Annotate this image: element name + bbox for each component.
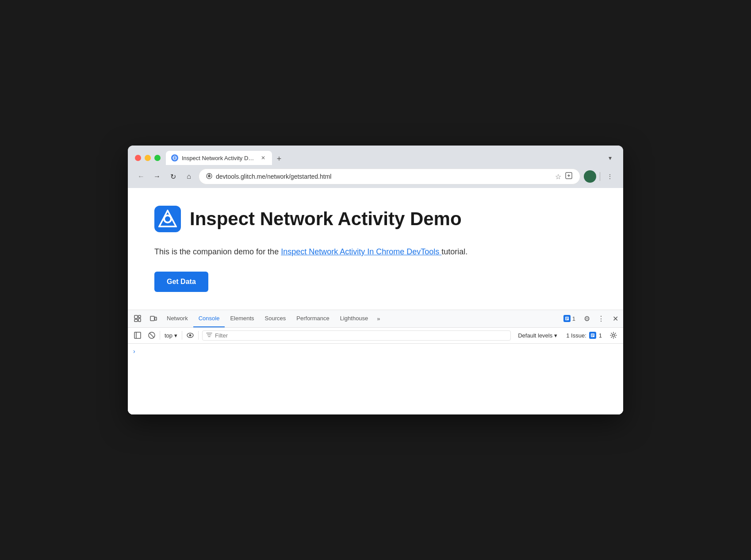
svg-rect-17: [134, 332, 141, 338]
minimize-traffic-light[interactable]: [145, 155, 151, 161]
more-tabs-button[interactable]: »: [373, 310, 383, 327]
tab-network[interactable]: Network: [161, 310, 193, 327]
close-devtools-button[interactable]: ✕: [609, 312, 621, 325]
device-toolbar-button[interactable]: [146, 311, 161, 326]
console-prompt-chevron[interactable]: ›: [133, 348, 135, 355]
reload-button[interactable]: ↻: [167, 170, 179, 183]
issue-count-badge[interactable]: 1 Issue: 1: [563, 331, 605, 340]
page-logo: [154, 206, 181, 232]
active-tab[interactable]: Inspect Network Activity Dem ✕: [166, 151, 272, 165]
console-sidebar-button[interactable]: [131, 329, 144, 341]
traffic-lights: [135, 155, 161, 161]
toolbar-divider: [600, 172, 600, 181]
maximize-traffic-light[interactable]: [154, 155, 161, 161]
default-levels-dropdown[interactable]: Default levels ▾: [514, 331, 561, 340]
page-title: Inspect Network Activity Demo: [190, 208, 462, 230]
svg-rect-14: [150, 316, 154, 321]
svg-point-22: [189, 334, 192, 337]
svg-point-4: [208, 175, 211, 177]
filter-input[interactable]: [215, 332, 507, 339]
settings-button[interactable]: ⚙: [581, 312, 593, 325]
issue-count: 1: [599, 332, 602, 339]
forward-button[interactable]: →: [151, 170, 163, 183]
issues-badge-icon: [563, 315, 571, 322]
home-button[interactable]: ⌂: [183, 170, 195, 183]
filter-icon: [206, 332, 212, 339]
menu-button[interactable]: ⋮: [604, 170, 616, 183]
console-clear-button[interactable]: [146, 329, 158, 341]
extensions-icon[interactable]: [565, 172, 573, 181]
console-content: ›: [128, 344, 623, 414]
element-picker-button[interactable]: [130, 311, 145, 326]
svg-rect-13: [138, 318, 141, 322]
profile-avatar[interactable]: [584, 170, 596, 183]
console-context-selector[interactable]: top ▾: [162, 331, 180, 340]
back-button[interactable]: ←: [135, 170, 147, 183]
bookmark-icon[interactable]: ☆: [555, 173, 561, 181]
tab-title: Inspect Network Activity Dem: [182, 155, 256, 161]
tab-bar: Inspect Network Activity Dem ✕ +: [166, 151, 598, 165]
tab-performance[interactable]: Performance: [291, 310, 334, 327]
lock-icon: [206, 173, 212, 180]
badge-count: 1: [572, 315, 575, 322]
page-content: Inspect Network Activity Demo This is th…: [128, 188, 623, 310]
svg-rect-11: [134, 319, 138, 322]
issue-icon: [589, 332, 596, 339]
svg-line-20: [149, 333, 154, 338]
tab-console[interactable]: Console: [193, 310, 225, 327]
devtools-panel: Network Console Elements Sources Perform…: [128, 310, 623, 414]
close-traffic-light[interactable]: [135, 155, 141, 161]
svg-rect-12: [138, 315, 141, 318]
console-divider-2: [182, 331, 182, 340]
tab-favicon: [171, 154, 178, 161]
avatar-image: [584, 170, 596, 183]
devtools-link[interactable]: Inspect Network Activity In Chrome DevTo…: [281, 247, 441, 256]
title-bar: Inspect Network Activity Dem ✕ + ▾: [128, 146, 623, 165]
svg-point-9: [165, 216, 170, 222]
tab-close-button[interactable]: ✕: [260, 154, 267, 161]
devtools-tabs-right: 1 ⚙ ⋮ ✕: [560, 312, 621, 325]
svg-rect-10: [134, 315, 138, 318]
url-input[interactable]: [216, 173, 552, 180]
browser-content: Inspect Network Activity Demo This is th…: [128, 188, 623, 414]
tab-lighthouse[interactable]: Lighthouse: [335, 310, 374, 327]
toolbar-right: ⋮: [584, 170, 616, 183]
tab-elements[interactable]: Elements: [225, 310, 259, 327]
more-options-button[interactable]: ⋮: [595, 312, 607, 325]
console-divider-3: [198, 331, 199, 340]
browser-window: Inspect Network Activity Dem ✕ + ▾ ← → ↻…: [128, 146, 623, 414]
tab-sources[interactable]: Sources: [260, 310, 291, 327]
issues-badge[interactable]: 1: [560, 313, 579, 324]
console-settings-button[interactable]: [607, 329, 620, 341]
console-live-expressions-button[interactable]: [184, 329, 196, 341]
address-bar[interactable]: ☆: [199, 169, 580, 184]
console-divider-1: [160, 331, 160, 340]
page-description: This is the companion demo for the Inspe…: [154, 245, 597, 258]
toolbar: ← → ↻ ⌂ ☆: [128, 165, 623, 188]
svg-point-24: [613, 334, 615, 337]
devtools-tabs: Network Console Elements Sources Perform…: [128, 310, 623, 328]
svg-rect-15: [155, 317, 157, 320]
new-tab-button[interactable]: +: [273, 153, 285, 165]
page-header: Inspect Network Activity Demo: [154, 206, 597, 232]
filter-bar[interactable]: [202, 330, 511, 341]
tab-dropdown-button[interactable]: ▾: [604, 152, 616, 164]
console-toolbar: top ▾: [128, 328, 623, 344]
get-data-button[interactable]: Get Data: [154, 272, 208, 292]
